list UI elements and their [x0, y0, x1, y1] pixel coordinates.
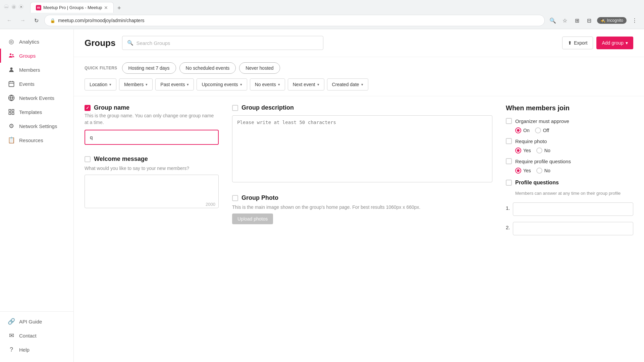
sidebar-item-network-events[interactable]: Network Events: [0, 91, 73, 105]
sidebar-item-api-guide[interactable]: 🔗 API Guide: [0, 314, 73, 328]
star-icon[interactable]: ☆: [559, 15, 570, 26]
sidebar-item-analytics[interactable]: ◎ Analytics: [0, 35, 73, 49]
forward-button[interactable]: →: [17, 15, 28, 26]
radio-yes-photo[interactable]: Yes: [515, 147, 531, 154]
require-photo-label: Require photo: [515, 138, 547, 144]
page-header: Groups 🔍 Search Groups ⬆ Export Add grou…: [74, 29, 644, 57]
close-tab-button[interactable]: ✕: [104, 5, 108, 10]
welcome-message-checkbox[interactable]: [85, 156, 91, 162]
maximize-button[interactable]: ⊡: [11, 4, 16, 9]
new-tab-button[interactable]: +: [114, 3, 124, 13]
minimize-button[interactable]: —: [4, 4, 9, 9]
tab-title: Meetup Pro | Groups - Meetup: [43, 5, 102, 10]
filter-never-hosted[interactable]: Never hosted: [239, 62, 280, 74]
require-profile-questions-checkbox[interactable]: [506, 158, 512, 164]
sidebar-item-resources[interactable]: 📋 Resources: [0, 133, 73, 147]
filter-hosting-next-7[interactable]: Hosting next 7 days: [122, 62, 176, 74]
dropdown-next-event[interactable]: Next event ▾: [288, 78, 324, 90]
radio-on[interactable]: On: [515, 127, 530, 133]
window-controls: — ⊡ ✕: [4, 4, 23, 9]
quick-filters-row: QUICK FILTERS Hosting next 7 days No sch…: [85, 62, 633, 74]
chevron-down-icon: ▾: [146, 82, 148, 87]
dropdown-location[interactable]: Location ▾: [85, 78, 116, 90]
tab-favicon: m: [36, 5, 41, 10]
require-photo-section: Require photo Yes No: [506, 138, 633, 154]
upload-photos-button[interactable]: Upload photos: [232, 214, 273, 224]
close-button[interactable]: ✕: [19, 4, 23, 9]
radio-no-photo[interactable]: No: [536, 147, 550, 154]
organizer-approve-checkbox[interactable]: [506, 118, 512, 124]
dropdown-members[interactable]: Members ▾: [119, 78, 153, 90]
filter-no-scheduled[interactable]: No scheduled events: [179, 62, 236, 74]
svg-rect-3: [9, 81, 14, 86]
header-actions: ⬆ Export Add group ▾: [562, 37, 633, 49]
title-bar: — ⊡ ✕ m Meetup Pro | Groups - Meetup ✕ +: [0, 0, 644, 13]
group-photo-checkbox[interactable]: [232, 195, 238, 201]
chevron-down-icon: ▾: [240, 82, 242, 87]
radio-yes-circle: [515, 147, 521, 154]
require-photo-checkbox[interactable]: [506, 138, 512, 144]
radio-yes-profile-q[interactable]: Yes: [515, 168, 531, 174]
radio-no-profile-q[interactable]: No: [536, 168, 550, 174]
group-description-textarea[interactable]: [232, 115, 492, 182]
dropdown-next-event-label: Next event: [293, 82, 315, 87]
search-box[interactable]: 🔍 Search Groups: [122, 36, 323, 50]
group-name-checkbox[interactable]: [85, 105, 91, 111]
sidebar-item-network-settings[interactable]: ⚙ Network Settings: [0, 119, 73, 133]
radio-yes-pq-label: Yes: [523, 168, 531, 173]
sidebar-item-help[interactable]: ? Help: [0, 343, 73, 357]
sidebar-item-events[interactable]: Events: [0, 77, 73, 91]
dropdown-created-date[interactable]: Created date ▾: [327, 78, 368, 90]
url-bar[interactable]: 🔒 meetup.com/pro/moodjoy/admin/chapters: [44, 15, 545, 26]
chevron-down-icon: ▾: [187, 82, 189, 87]
app-layout: ◎ Analytics Groups Members Events Netw: [0, 29, 644, 362]
radio-yes-pq-circle: [515, 168, 521, 174]
sidebar-item-label: Resources: [19, 137, 43, 143]
sidebar-divider: [0, 311, 73, 312]
radio-no-pq-circle: [536, 168, 542, 174]
sidebar-item-templates[interactable]: Templates: [0, 105, 73, 119]
back-button[interactable]: ←: [4, 15, 15, 26]
active-tab[interactable]: m Meetup Pro | Groups - Meetup ✕: [30, 2, 114, 13]
radio-off-circle: [535, 127, 541, 133]
form-area: Group name This is the group name. You c…: [74, 96, 644, 243]
svg-rect-11: [12, 113, 14, 115]
question-1-input[interactable]: [513, 202, 633, 216]
require-profile-questions-label: Require profile questions: [515, 159, 571, 164]
sidebar-item-groups[interactable]: Groups: [0, 49, 73, 63]
radio-off[interactable]: Off: [535, 127, 549, 133]
incognito-badge[interactable]: 🕵 Incognito: [597, 17, 627, 24]
group-name-input[interactable]: [85, 130, 219, 145]
welcome-message-textarea[interactable]: [85, 175, 219, 208]
group-description-section: Group description: [232, 104, 492, 184]
dropdown-no-events[interactable]: No events ▾: [250, 78, 285, 90]
group-desc-header: Group description: [232, 104, 492, 111]
menu-button[interactable]: ⋮: [629, 15, 640, 26]
export-button[interactable]: ⬆ Export: [562, 37, 593, 49]
sidebar-item-label: Templates: [19, 109, 42, 115]
incognito-label: Incognito: [607, 18, 623, 23]
profile-questions-checkbox[interactable]: [506, 180, 512, 186]
dropdown-upcoming-events[interactable]: Upcoming events ▾: [197, 78, 247, 90]
organizer-approve-section: Organizer must approve On Off: [506, 118, 633, 133]
search-icon[interactable]: 🔍: [547, 15, 558, 26]
split-screen-icon[interactable]: ⊟: [584, 15, 594, 26]
sidebar-item-members[interactable]: Members: [0, 63, 73, 77]
require-profile-questions-section: Require profile questions Yes No: [506, 158, 633, 174]
analytics-icon: ◎: [8, 38, 15, 45]
resources-icon: 📋: [8, 136, 15, 144]
refresh-button[interactable]: ↻: [31, 15, 42, 26]
radio-off-label: Off: [543, 128, 549, 133]
network-events-icon: [8, 94, 15, 102]
group-photo-header: Group Photo: [232, 194, 492, 201]
page-title: Groups: [85, 38, 115, 48]
radio-on-circle: [515, 127, 521, 133]
group-description-checkbox[interactable]: [232, 105, 238, 111]
extensions-icon[interactable]: ⊞: [572, 15, 582, 26]
dropdown-upcoming-events-label: Upcoming events: [202, 82, 238, 87]
dropdown-past-events[interactable]: Past events ▾: [155, 78, 194, 90]
question-2-row: 2.: [506, 222, 633, 235]
sidebar-item-contact[interactable]: ✉ Contact: [0, 328, 73, 343]
add-group-button[interactable]: Add group ▾: [596, 37, 633, 49]
question-2-input[interactable]: [513, 222, 633, 235]
